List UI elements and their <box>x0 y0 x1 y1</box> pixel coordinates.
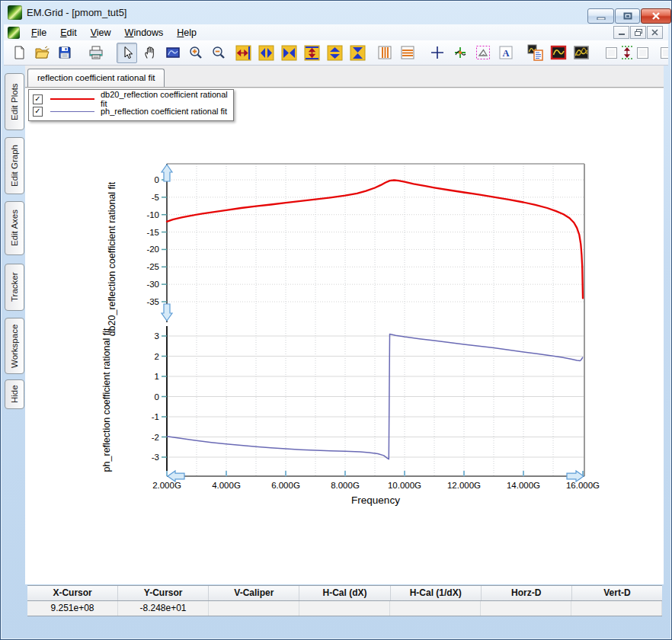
sidebar-item-edit-axes[interactable]: Edit Axes <box>5 201 24 255</box>
tab-strip: reflection coefficient rational fit <box>25 66 664 87</box>
expand-y-button[interactable] <box>302 43 322 63</box>
h-spread-left-checkbox[interactable] <box>661 47 668 59</box>
x-tick-label: 6.000G <box>271 481 300 490</box>
minimize-icon <box>597 13 606 20</box>
zoom-out-button[interactable] <box>208 43 229 63</box>
stretch-y-button[interactable] <box>325 43 345 63</box>
zoom-region-icon <box>165 45 181 60</box>
print-button[interactable] <box>85 43 106 63</box>
zoom-region-button[interactable] <box>162 43 183 63</box>
status-value-cell <box>209 601 299 616</box>
expand-x-button[interactable] <box>233 43 254 63</box>
close-button[interactable] <box>641 8 671 24</box>
text-annotation-icon: A <box>498 45 514 60</box>
ph-axis-title: ph_reflection coefficient rational fit <box>101 328 112 472</box>
stretch-x-button[interactable] <box>256 43 277 63</box>
shrink-x-button[interactable] <box>279 43 299 63</box>
shrink-y-button[interactable] <box>347 43 368 63</box>
open-file-button[interactable] <box>31 43 52 63</box>
new-document-icon <box>11 45 27 60</box>
menu-help[interactable]: Help <box>170 26 203 40</box>
toolbar: A Layout <box>4 40 668 66</box>
mdi-close-button[interactable] <box>647 26 663 39</box>
axis-scroll-left-arrow[interactable] <box>168 471 184 482</box>
legend-checkbox[interactable]: ✓ <box>33 94 43 104</box>
shrink-y-icon <box>350 45 366 61</box>
horizontal-gridlines-button[interactable] <box>397 43 418 63</box>
v-spread-right-checkbox[interactable] <box>637 47 648 59</box>
pan-tool-button[interactable] <box>139 43 160 63</box>
plot-canvas[interactable]: 2.000G4.000G6.000G8.000G10.000G12.000G14… <box>26 88 663 584</box>
print-icon <box>88 45 104 60</box>
legend-line-sample <box>50 111 94 112</box>
maximize-restore-button[interactable] <box>615 8 640 24</box>
mdi-close-icon <box>651 29 658 36</box>
legend-label: db20_reflection coefficient rational fit <box>101 90 229 108</box>
zoom-in-button[interactable] <box>185 43 206 63</box>
y-tick-label-ph: 2 <box>155 352 159 361</box>
plot-frame-button[interactable] <box>548 43 568 63</box>
legend-label: ph_reflection coefficient rational fit <box>101 107 227 116</box>
crosshair-button[interactable] <box>427 43 447 63</box>
mdi-minimize-button[interactable] <box>613 26 629 39</box>
x-tick-label: 8.000G <box>331 481 360 490</box>
axis-v-spread-button[interactable] <box>619 43 635 63</box>
x-axis-title: Frequency <box>351 494 400 506</box>
sidebar-item-tracker[interactable]: Tracker <box>5 264 24 311</box>
y-tick-label-db20: -10 <box>146 210 159 219</box>
new-document-button[interactable] <box>8 43 29 63</box>
plot-legend: ✓db20_reflection coefficient rational fi… <box>28 89 234 121</box>
axis-scroll-down-arrow[interactable] <box>162 304 172 321</box>
menu-view[interactable]: View <box>84 26 118 40</box>
v-spread-left-checkbox[interactable] <box>606 47 617 59</box>
x-tick-label: 16.000G <box>566 481 600 490</box>
y-tick-label-db20: -30 <box>146 280 159 289</box>
title-bar[interactable]: EM.Grid - [pmom_tut5] <box>1 1 671 24</box>
vertical-gridlines-button[interactable] <box>374 43 395 63</box>
status-value-cell: -8.248e+01 <box>118 601 209 616</box>
crosshair-icon <box>430 45 445 60</box>
save-button[interactable] <box>54 43 75 63</box>
mdi-restore-icon <box>635 29 642 36</box>
plots-overlay-button[interactable] <box>571 43 591 63</box>
plot-with-legend-icon <box>527 44 544 61</box>
plot-frame-icon <box>550 44 567 61</box>
status-column-header: Vert-D <box>572 586 662 600</box>
status-value-cell <box>571 601 662 616</box>
caliper-marker-button[interactable] <box>472 43 493 63</box>
legend-checkbox[interactable]: ✓ <box>33 107 43 117</box>
minimize-button[interactable] <box>587 8 614 24</box>
app-logo-icon <box>8 5 22 20</box>
y-tick-label-ph: 1 <box>155 372 159 381</box>
y-tick-label-db20: -15 <box>146 228 159 237</box>
x-tick-label: 14.000G <box>507 481 540 490</box>
vertical-gridlines-icon <box>377 45 392 60</box>
axis-scroll-up-arrow[interactable] <box>162 165 172 181</box>
select-tool-button[interactable] <box>117 43 137 63</box>
menu-bar: File Edit View Windows Help <box>4 24 668 41</box>
restore-icon <box>623 12 632 20</box>
sidebar-item-edit-plots[interactable]: Edit Plots <box>5 73 24 130</box>
stretch-y-icon <box>327 45 343 61</box>
status-value-cell <box>299 601 390 616</box>
zoom-in-icon <box>188 45 203 60</box>
y-tick-label-ph: -3 <box>152 453 159 462</box>
sidebar-item-edit-graph[interactable]: Edit Graph <box>5 137 24 194</box>
sidebar-item-hide[interactable]: Hide <box>5 379 24 409</box>
menu-windows[interactable]: Windows <box>118 26 171 40</box>
text-annotation-button[interactable]: A <box>495 43 516 63</box>
axis-scroll-right-arrow[interactable] <box>567 471 584 482</box>
tab-reflection-coefficient[interactable]: reflection coefficient rational fit <box>27 69 165 87</box>
y-tick-label-db20: -25 <box>146 262 159 271</box>
mdi-restore-button[interactable] <box>630 26 646 39</box>
menu-file[interactable]: File <box>24 26 53 40</box>
status-value-cell: 9.251e+08 <box>27 601 118 616</box>
plot-with-legend-button[interactable] <box>525 43 546 63</box>
legend-line-sample <box>50 98 94 100</box>
sidebar-item-workspace[interactable]: Workspace <box>5 318 24 374</box>
status-value-cell <box>481 601 571 616</box>
menu-edit[interactable]: Edit <box>53 26 84 40</box>
tracker-icon <box>453 45 468 60</box>
open-folder-icon <box>34 45 50 60</box>
tracker-button[interactable] <box>450 43 470 63</box>
